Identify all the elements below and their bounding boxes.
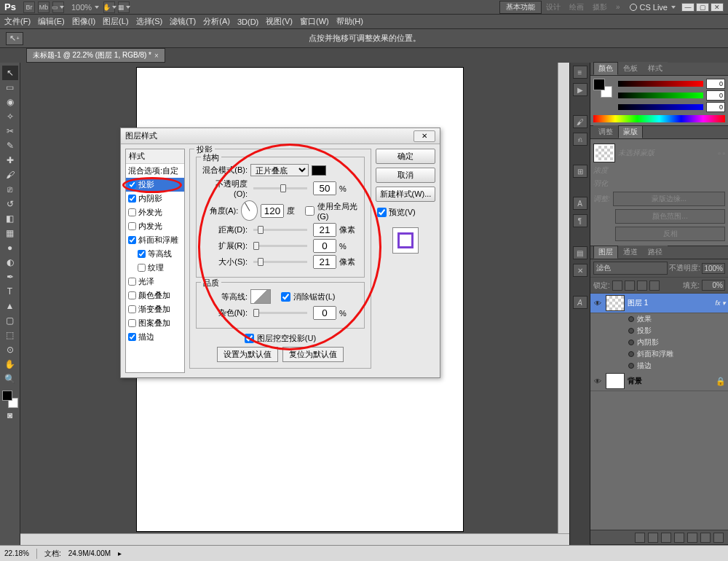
scrollbar-horizontal[interactable]: [20, 533, 569, 545]
wand-tool-icon[interactable]: ✧: [2, 109, 18, 124]
color-swatch[interactable]: [2, 391, 18, 408]
invert-button[interactable]: 反相: [615, 227, 725, 241]
path-select-tool-icon[interactable]: ▲: [2, 299, 18, 313]
pen-tool-icon[interactable]: ✒: [2, 270, 18, 284]
angle-dial[interactable]: [241, 200, 258, 221]
marquee-tool-icon[interactable]: ▭: [2, 80, 18, 95]
effects-row[interactable]: 效果: [590, 313, 728, 325]
screen-mode-icon[interactable]: ▭: [52, 1, 64, 13]
distance-input[interactable]: [313, 223, 336, 237]
tab-adjustments[interactable]: 调整: [593, 125, 618, 138]
eyedropper-tool-icon[interactable]: ✎: [2, 138, 18, 153]
panel-color-swatch[interactable]: [593, 79, 612, 98]
dock-actions-icon[interactable]: ▶: [573, 83, 587, 96]
visibility-icon[interactable]: 👁: [593, 376, 603, 386]
foreground-color-swatch[interactable]: [2, 391, 12, 401]
new-style-button[interactable]: 新建样式(W)...: [376, 187, 435, 202]
close-tab-icon[interactable]: ×: [154, 52, 159, 60]
ok-button[interactable]: 确定: [376, 149, 435, 164]
fill-value[interactable]: 0%: [702, 280, 725, 291]
workspace-painting[interactable]: 绘画: [565, 1, 588, 13]
red-value[interactable]: [706, 79, 725, 89]
effect-stroke[interactable]: 描边: [590, 360, 728, 372]
dock-char-icon[interactable]: A: [573, 197, 587, 210]
layer-thumbnail[interactable]: [606, 373, 625, 389]
dock-font-icon[interactable]: A: [573, 296, 587, 309]
3d-camera-tool-icon[interactable]: ⊙: [2, 342, 18, 357]
make-default-button[interactable]: 设置为默认值: [217, 347, 278, 362]
menu-3d[interactable]: 3D(D): [237, 17, 258, 26]
history-brush-tool-icon[interactable]: ↺: [2, 197, 18, 211]
menu-view[interactable]: 视图(V): [266, 16, 293, 27]
cancel-button[interactable]: 取消: [376, 168, 435, 183]
style-outer-glow[interactable]: 外发光: [126, 205, 184, 219]
style-inner-shadow[interactable]: 内阴影: [126, 192, 184, 205]
opacity-input[interactable]: [313, 181, 336, 195]
style-list-header[interactable]: 样式: [126, 149, 184, 164]
mask-icon[interactable]: [661, 533, 671, 543]
tab-swatches[interactable]: 色板: [618, 62, 643, 75]
adjustment-layer-icon[interactable]: [674, 533, 684, 543]
antialias-checkbox[interactable]: [281, 292, 290, 302]
status-menu-icon[interactable]: ▸: [118, 549, 122, 557]
menu-filter[interactable]: 滤镜(T): [170, 16, 196, 27]
visibility-icon[interactable]: 👁: [593, 298, 603, 308]
lock-pixels-icon[interactable]: [625, 280, 635, 291]
minibridge-icon[interactable]: Mb: [38, 1, 50, 13]
style-contour[interactable]: 等高线: [126, 247, 184, 261]
menu-select[interactable]: 选择(S): [136, 16, 163, 27]
fx-icon[interactable]: [648, 533, 658, 543]
arrange-icon[interactable]: ▦: [118, 1, 130, 13]
cslive-button[interactable]: CS Live: [630, 3, 676, 12]
layer-row-layer1[interactable]: 👁 图层 1 fx ▾: [590, 294, 728, 313]
close-window-icon[interactable]: ✕: [711, 3, 724, 12]
tab-color[interactable]: 颜色: [593, 62, 618, 75]
style-texture[interactable]: 纹理: [126, 261, 184, 275]
blur-tool-icon[interactable]: ●: [2, 240, 18, 255]
tab-styles[interactable]: 样式: [643, 62, 668, 75]
lasso-tool-icon[interactable]: ◉: [2, 95, 18, 109]
3d-tool-icon[interactable]: ⬚: [2, 328, 18, 342]
dock-history-icon[interactable]: ≡: [573, 66, 587, 79]
hand-icon[interactable]: ✋: [103, 1, 115, 13]
contour-picker[interactable]: [250, 289, 271, 304]
tab-channels[interactable]: 通道: [618, 246, 643, 259]
menu-window[interactable]: 窗口(W): [300, 16, 329, 27]
spread-slider[interactable]: [253, 245, 307, 247]
maximize-icon[interactable]: ▢: [696, 3, 709, 12]
preview-checkbox[interactable]: [377, 208, 387, 217]
style-pattern-overlay[interactable]: 图案叠加: [126, 316, 184, 330]
opacity-value[interactable]: 100%: [702, 263, 725, 274]
scrollbar-vertical[interactable]: [558, 63, 569, 533]
color-range-button[interactable]: 颜色范围...: [615, 209, 725, 224]
style-stroke[interactable]: 描边: [126, 330, 184, 344]
effect-drop-shadow[interactable]: 投影: [590, 325, 728, 337]
document-tab[interactable]: 未标题-1 @ 22.2% (图层 1, RGB/8) * ×: [26, 48, 165, 63]
dialog-close-icon[interactable]: ✕: [414, 130, 435, 142]
zoom-level[interactable]: 100%: [71, 3, 99, 12]
style-gradient-overlay[interactable]: 渐变叠加: [126, 302, 184, 316]
workspace-more-icon[interactable]: »: [612, 2, 625, 12]
dock-brushpreset-icon[interactable]: ⊞: [573, 165, 587, 178]
workspace-design[interactable]: 设计: [542, 1, 565, 13]
fx-badge[interactable]: fx ▾: [715, 299, 726, 307]
blue-slider[interactable]: [618, 104, 703, 110]
shadow-color-swatch[interactable]: [312, 165, 326, 176]
workspace-photo[interactable]: 摄影: [588, 1, 612, 13]
blend-mode-select[interactable]: 滤色: [593, 262, 668, 275]
workspace-basic[interactable]: 基本功能: [499, 1, 542, 14]
noise-input[interactable]: [313, 306, 336, 320]
menu-edit[interactable]: 编辑(E): [38, 16, 65, 27]
blend-mode-select[interactable]: 正片叠底: [250, 164, 309, 176]
tab-paths[interactable]: 路径: [643, 246, 668, 259]
green-value[interactable]: [706, 90, 725, 101]
bridge-icon[interactable]: Br: [23, 1, 35, 13]
noise-slider[interactable]: [253, 312, 307, 314]
effect-inner-shadow[interactable]: 内阴影: [590, 337, 728, 348]
type-tool-icon[interactable]: T: [2, 284, 18, 299]
shape-tool-icon[interactable]: ▢: [2, 313, 18, 328]
dock-brush-icon[interactable]: 🖌: [573, 115, 587, 128]
angle-input[interactable]: [261, 204, 284, 218]
lock-position-icon[interactable]: [637, 280, 647, 291]
current-tool-indicator[interactable]: ↖+: [6, 32, 23, 45]
